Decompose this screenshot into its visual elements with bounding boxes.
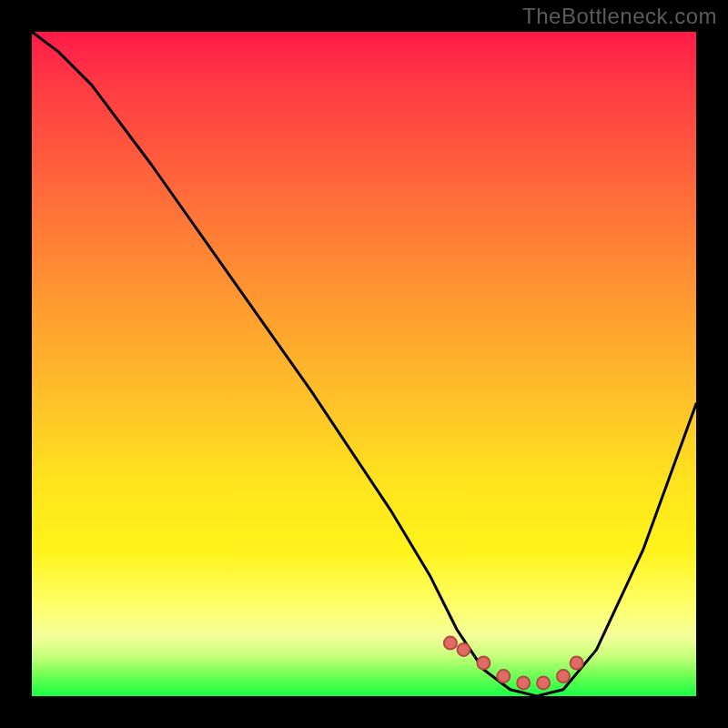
curve-layer xyxy=(32,32,696,696)
bottleneck-curve xyxy=(32,32,696,696)
marker-dot xyxy=(444,637,457,650)
marker-dot xyxy=(458,643,470,656)
marker-dot xyxy=(571,657,583,670)
marker-dot xyxy=(497,670,510,682)
marker-dot xyxy=(517,676,530,689)
marker-dot xyxy=(557,670,570,682)
marker-dot xyxy=(477,657,490,670)
chart-container: TheBottleneck.com xyxy=(0,0,728,728)
watermark-text: TheBottleneck.com xyxy=(522,4,717,29)
highlight-markers xyxy=(444,637,583,690)
marker-dot xyxy=(537,676,550,689)
